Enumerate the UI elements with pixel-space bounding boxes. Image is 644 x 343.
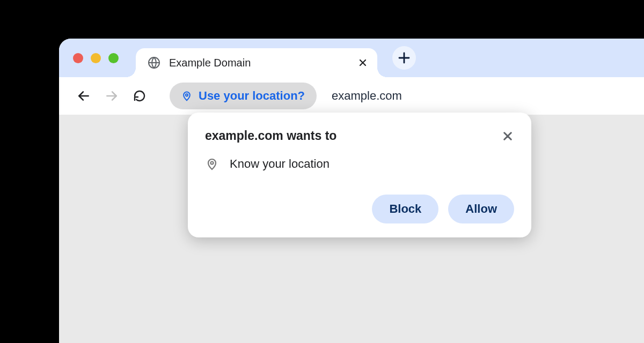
url-text: example.com [332, 89, 402, 103]
svg-point-2 [211, 162, 214, 165]
permission-chip[interactable]: Use your location? [170, 83, 317, 109]
dialog-title: example.com wants to [205, 129, 336, 143]
location-pin-icon [181, 90, 192, 102]
reload-button[interactable] [128, 84, 151, 108]
window-close-button[interactable] [73, 53, 83, 63]
permission-chip-label: Use your location? [199, 89, 305, 103]
back-button[interactable] [72, 84, 96, 108]
location-pin-icon [205, 157, 219, 171]
permission-item-label: Know your location [230, 157, 330, 171]
browser-tab[interactable]: Example Domain [136, 48, 377, 77]
arrow-left-icon [77, 89, 91, 103]
globe-icon [148, 56, 160, 69]
tab-strip: Example Domain [59, 39, 644, 77]
permission-item: Know your location [205, 157, 514, 171]
close-icon[interactable] [358, 58, 368, 68]
permission-dialog: example.com wants to Know your location [188, 113, 531, 237]
content-area: example.com wants to Know your location [59, 115, 644, 343]
reload-icon [133, 90, 146, 102]
block-button[interactable]: Block [372, 195, 438, 223]
plus-icon [398, 52, 410, 64]
dialog-buttons: Block Allow [205, 195, 514, 223]
window-minimize-button[interactable] [91, 53, 101, 63]
toolbar: Use your location? example.com [59, 77, 644, 115]
tab-title: Example Domain [169, 57, 358, 69]
dialog-header: example.com wants to [205, 129, 514, 143]
arrow-right-icon [105, 89, 119, 103]
new-tab-button[interactable] [392, 46, 416, 70]
svg-point-1 [186, 94, 188, 96]
allow-button[interactable]: Allow [448, 195, 514, 223]
dialog-close-button[interactable] [501, 130, 514, 143]
address-bar[interactable]: Use your location? example.com [170, 83, 631, 109]
browser-window: Example Domain [59, 39, 644, 343]
forward-button[interactable] [100, 84, 123, 108]
window-maximize-button[interactable] [108, 53, 119, 63]
traffic-lights [73, 53, 119, 63]
